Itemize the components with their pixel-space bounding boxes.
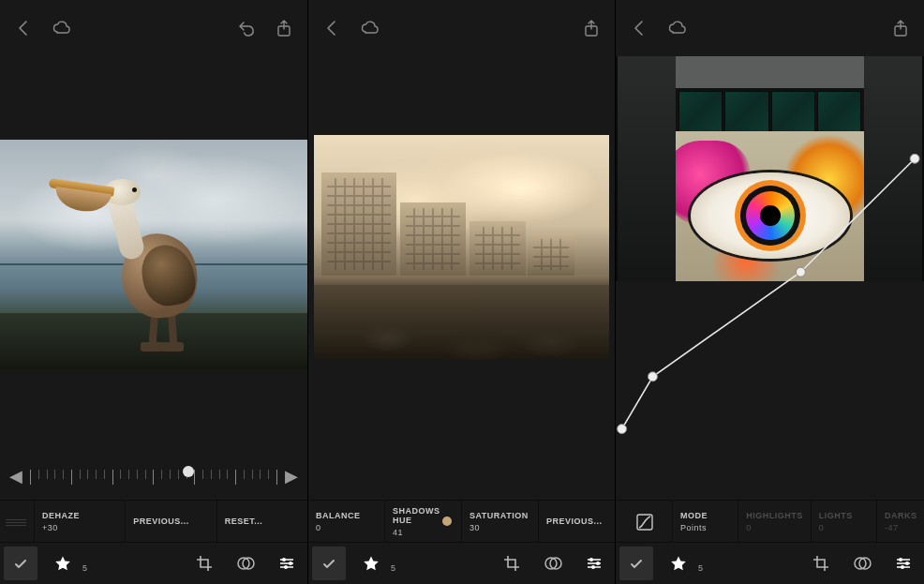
share-icon[interactable]	[274, 18, 294, 38]
bottom-toolbar: 5	[308, 543, 615, 584]
photo-canvas[interactable]	[616, 56, 924, 500]
editor-panel-1: ◀ ▶ DEHAZE +30 PREVIOUS... RESET...	[0, 0, 307, 584]
param-label: PREVIOUS...	[133, 517, 208, 526]
param-shadows-hue[interactable]: SHADOWS HUE 41	[384, 501, 461, 542]
flag-check-button[interactable]	[4, 547, 37, 580]
param-lights: LIGHTS 0	[811, 501, 876, 542]
crop-icon[interactable]	[804, 547, 838, 580]
star-rating-value: 5	[698, 563, 703, 573]
adjust-color-icon[interactable]	[536, 547, 570, 580]
photo-canvas[interactable]	[308, 56, 615, 438]
back-icon[interactable]	[13, 18, 34, 38]
param-curve-icon[interactable]	[616, 501, 672, 542]
param-label: BALANCE	[316, 511, 377, 520]
param-value: Points	[680, 523, 730, 532]
crop-icon[interactable]	[495, 547, 529, 580]
adjust-color-icon[interactable]	[229, 547, 262, 580]
sliders-icon[interactable]	[577, 547, 611, 580]
param-label: DARKS	[885, 511, 917, 520]
param-label: SATURATION	[469, 511, 530, 520]
param-label: LIGHTS	[819, 511, 869, 520]
svg-rect-7	[6, 519, 26, 520]
param-value: +30	[42, 523, 117, 532]
param-value: -47	[885, 523, 917, 532]
star-rating-button[interactable]	[661, 547, 694, 580]
param-value: 41	[393, 528, 454, 537]
param-reset[interactable]: RESET...	[216, 501, 307, 542]
star-rating-button[interactable]	[45, 547, 79, 580]
bottom-toolbar: 5	[0, 543, 307, 584]
topbar	[0, 0, 307, 56]
star-rating-button[interactable]	[353, 547, 387, 580]
editor-panel-2: BALANCE 0 SHADOWS HUE 41 SATURATION 30 P…	[307, 0, 616, 584]
hue-swatch-icon	[442, 517, 452, 526]
share-icon[interactable]	[581, 18, 602, 38]
share-icon[interactable]	[890, 18, 911, 38]
param-row: BALANCE 0 SHADOWS HUE 41 SATURATION 30 P…	[308, 500, 615, 543]
param-label: MODE	[680, 511, 730, 520]
ruler-thumb[interactable]	[183, 466, 194, 477]
star-rating-value: 5	[82, 563, 87, 573]
flag-check-button[interactable]	[619, 547, 653, 580]
crop-icon[interactable]	[187, 547, 221, 580]
ruler-left-icon[interactable]: ◀	[9, 466, 22, 487]
flag-check-button[interactable]	[312, 547, 346, 580]
param-value: 0	[746, 523, 803, 532]
svg-rect-8	[6, 522, 26, 523]
back-icon[interactable]	[629, 18, 649, 38]
cloud-icon[interactable]	[666, 18, 687, 38]
sliders-icon[interactable]	[270, 547, 304, 580]
param-highlights: HIGHLIGHTS 0	[738, 501, 811, 542]
undo-icon[interactable]	[236, 18, 257, 38]
ruler-right-icon[interactable]: ▶	[285, 466, 298, 487]
param-balance[interactable]: BALANCE 0	[308, 501, 384, 542]
param-dehaze[interactable]: DEHAZE +30	[34, 501, 125, 542]
adjust-color-icon[interactable]	[845, 547, 879, 580]
param-label: PREVIOUS...	[546, 517, 607, 526]
back-icon[interactable]	[321, 18, 342, 38]
param-value: 0	[819, 523, 869, 532]
photo-canvas[interactable]	[0, 56, 307, 453]
topbar	[308, 0, 615, 56]
cloud-icon[interactable]	[359, 18, 380, 38]
photo-graffiti-eye	[616, 56, 924, 281]
param-previous[interactable]: PREVIOUS...	[538, 501, 615, 542]
param-saturation[interactable]: SATURATION 30	[461, 501, 538, 542]
photo-cityscape	[314, 135, 609, 360]
bottom-toolbar: 5	[616, 543, 924, 584]
param-value: 0	[316, 523, 377, 532]
param-preview-icon[interactable]	[0, 501, 34, 542]
value-ruler[interactable]: ◀ ▶	[0, 453, 307, 500]
param-value: 30	[469, 523, 530, 532]
photo-pelican	[0, 140, 307, 369]
sliders-icon[interactable]	[887, 547, 920, 580]
cloud-icon[interactable]	[51, 18, 71, 38]
editor-panel-3: MODE Points HIGHLIGHTS 0 LIGHTS 0 DARKS …	[616, 0, 924, 584]
param-label: DEHAZE	[42, 511, 117, 520]
param-row: DEHAZE +30 PREVIOUS... RESET...	[0, 500, 307, 543]
param-label: HIGHLIGHTS	[746, 511, 803, 520]
topbar	[616, 0, 924, 56]
param-row: MODE Points HIGHLIGHTS 0 LIGHTS 0 DARKS …	[616, 500, 924, 543]
param-darks: DARKS -47	[876, 501, 924, 542]
param-mode[interactable]: MODE Points	[672, 501, 738, 542]
param-label: RESET...	[225, 517, 300, 526]
star-rating-value: 5	[391, 563, 395, 573]
svg-rect-9	[6, 525, 26, 526]
param-previous[interactable]: PREVIOUS...	[125, 501, 216, 542]
